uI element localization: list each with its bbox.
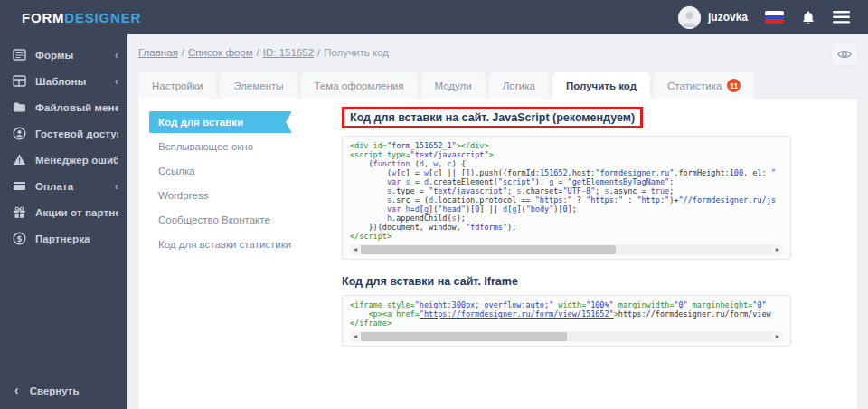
tab-label: Элементы <box>233 81 283 91</box>
sidebar-item-label: Менеджер ошибок <box>35 155 118 166</box>
sidebar-item-payment[interactable]: Оплата‹ <box>0 173 127 199</box>
logo-text-form: FORM <box>22 10 64 25</box>
sidebar-item-error-manager[interactable]: Менеджер ошибок <box>0 147 127 173</box>
scrollbar-track[interactable] <box>361 245 772 254</box>
breadcrumb: Главная/Список форм/ID: 151652/Получить … <box>138 43 389 58</box>
breadcrumb-separator: / <box>257 47 259 58</box>
tab-label: Статистика <box>667 81 722 91</box>
iframe-embed-code[interactable]: <iframe style="height:300px; overflow:au… <box>350 300 783 328</box>
language-flag-ru[interactable] <box>765 11 784 24</box>
sidebar-item-label: Акции от партнеров <box>35 207 118 218</box>
tab-элементы[interactable]: Элементы <box>220 72 297 99</box>
partnership-icon: $ <box>13 232 26 245</box>
main-content: Главная/Список форм/ID: 151652/Получить … <box>127 34 868 409</box>
payment-icon <box>13 179 26 193</box>
submenu-item[interactable]: Всплывающее окно <box>149 136 292 157</box>
breadcrumb-link[interactable]: Список форм <box>188 47 253 58</box>
sidebar-item-forms[interactable]: Формы‹ <box>0 42 127 68</box>
avatar <box>678 6 701 29</box>
sidebar-item-label: Партнерка <box>35 233 118 244</box>
tab-label: Логика <box>503 81 535 91</box>
scrollbar-thumb[interactable] <box>361 332 567 341</box>
submenu-item[interactable]: Сообщество Вконтакте <box>149 209 292 231</box>
tab-логика[interactable]: Логика <box>489 72 549 99</box>
forms-icon <box>13 48 26 62</box>
chevron-left-icon: ‹ <box>115 180 118 192</box>
user-menu[interactable]: juzovka <box>678 6 748 29</box>
notifications-bell-icon[interactable] <box>801 10 816 25</box>
sidebar: Формы‹Шаблоны‹Файловый менеджерГостевой … <box>0 34 127 409</box>
sidebar-item-label: Гостевой доступ <box>35 128 118 139</box>
submenu-item[interactable]: Код для вставки статистики <box>149 233 292 255</box>
tab-label: Тема оформления <box>315 81 404 91</box>
top-header: FORMDESIGNER juzovka <box>0 0 868 34</box>
submenu-item[interactable]: Ссылка <box>149 160 292 182</box>
iframe-code-horizontal-scrollbar[interactable]: ◂ ▸ <box>350 331 783 342</box>
scrollbar-track[interactable] <box>361 332 772 341</box>
tab-label: Модули <box>435 81 472 91</box>
sidebar-item-label: Оплата <box>35 181 111 192</box>
tab-label: Получить код <box>566 81 637 91</box>
tab-настройки[interactable]: Настройки <box>138 72 216 99</box>
breadcrumb-separator: / <box>317 47 320 58</box>
sidebar-nav: Формы‹Шаблоны‹Файловый менеджерГостевой … <box>0 34 127 252</box>
scroll-right-arrow-icon[interactable]: ▸ <box>772 244 783 255</box>
js-code-heading: Код для вставки на сайт. JavaScript (рек… <box>350 111 635 124</box>
sidebar-item-guest-access[interactable]: Гостевой доступ <box>0 120 127 147</box>
tab-тема-оформления[interactable]: Тема оформления <box>301 72 418 99</box>
sidebar-item-label: Файловый менеджер <box>35 102 118 113</box>
error-manager-icon <box>13 153 26 166</box>
sidebar-item-file-manager[interactable]: Файловый менеджер <box>0 94 127 120</box>
breadcrumb-current: Получить код <box>324 47 389 58</box>
sidebar-collapse-label: Свернуть <box>30 385 80 396</box>
sidebar-item-partnership[interactable]: $Партнерка <box>0 225 127 252</box>
chevron-left-icon: ‹ <box>14 383 19 397</box>
content-panel: Код для вставкиВсплывающее окноСсылкаWor… <box>138 99 857 409</box>
guest-access-icon <box>13 127 26 140</box>
sidebar-item-templates[interactable]: Шаблоны‹ <box>0 68 127 94</box>
submenu-item[interactable]: Wordpress <box>149 185 292 206</box>
scroll-right-arrow-icon[interactable]: ▸ <box>772 331 783 342</box>
sidebar-item-partner-promos[interactable]: Акции от партнеров <box>0 199 127 225</box>
breadcrumb-link[interactable]: ID: 151652 <box>263 47 314 58</box>
tab-label: Настройки <box>152 81 203 91</box>
js-heading-red-highlight: Код для вставки на сайт. JavaScript (рек… <box>342 107 643 128</box>
templates-icon <box>13 74 26 88</box>
sidebar-collapse-button[interactable]: ‹ Свернуть <box>0 378 127 404</box>
formdesigner-app: FORMDESIGNER juzovka <box>0 0 868 409</box>
tab-модули[interactable]: Модули <box>421 72 486 99</box>
scroll-left-arrow-icon[interactable]: ◂ <box>350 331 361 342</box>
sidebar-item-label: Формы <box>35 50 111 61</box>
scroll-left-arrow-icon[interactable]: ◂ <box>350 244 361 255</box>
embed-code-area: Код для вставки на сайт. JavaScript (рек… <box>328 99 857 409</box>
chevron-left-icon: ‹ <box>115 49 118 61</box>
tab-статистика[interactable]: Статистика11 <box>654 72 754 99</box>
js-code-horizontal-scrollbar[interactable]: ◂ ▸ <box>350 244 783 255</box>
partner-promos-icon <box>13 205 26 219</box>
svg-text:$: $ <box>17 234 23 243</box>
iframe-code-heading: Код для вставки на сайт. Iframe <box>342 275 857 288</box>
logo-text-designer: DESIGNER <box>64 10 141 25</box>
submenu-item[interactable]: Код для вставки <box>149 111 292 133</box>
breadcrumb-separator: / <box>182 47 184 58</box>
sidebar-item-label: Шаблоны <box>35 76 111 87</box>
embed-submenu: Код для вставкиВсплывающее окноСсылкаWor… <box>138 99 328 409</box>
js-embed-code-block[interactable]: <div id="form_151652_1"></div> <script t… <box>342 136 791 260</box>
app-logo[interactable]: FORMDESIGNER <box>22 10 141 25</box>
topbar-right: juzovka <box>678 6 850 29</box>
tab-получить-код[interactable]: Получить код <box>552 72 650 99</box>
iframe-embed-code-block[interactable]: <iframe style="height:300px; overflow:au… <box>342 295 791 347</box>
js-embed-code[interactable]: <div id="form_151652_1"></div> <script t… <box>350 141 783 241</box>
tab-bar: НастройкиЭлементыТема оформленияМодулиЛо… <box>138 72 857 99</box>
scrollbar-thumb[interactable] <box>361 245 616 254</box>
file-manager-icon <box>13 100 26 114</box>
tab-count-badge: 11 <box>727 79 741 92</box>
menu-toggle-icon[interactable] <box>833 11 850 24</box>
username: juzovka <box>708 11 748 24</box>
preview-eye-button[interactable] <box>832 43 857 65</box>
breadcrumb-link[interactable]: Главная <box>138 47 178 58</box>
chevron-left-icon: ‹ <box>115 75 118 87</box>
